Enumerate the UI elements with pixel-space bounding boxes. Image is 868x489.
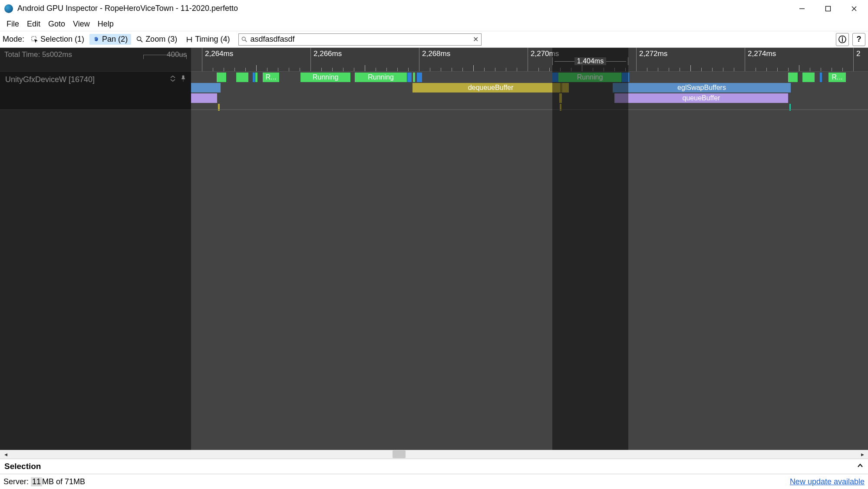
maximize-button[interactable] xyxy=(815,0,841,17)
mode-pan-label: Pan (2) xyxy=(102,35,128,44)
help-button[interactable]: ? xyxy=(852,33,865,46)
pan-icon xyxy=(93,36,100,43)
selection-icon xyxy=(31,36,38,43)
toolbar: Mode: Selection (1) Pan (2) Zoom (3) Tim… xyxy=(0,31,868,48)
titlebar: Android GPU Inspector - RopeHeroViceTown… xyxy=(0,0,868,17)
scroll-left-button[interactable]: ◂ xyxy=(2,450,10,458)
slice-green[interactable] xyxy=(788,73,798,82)
statusbar: Server: 11 MB of 71MB New update availab… xyxy=(0,474,868,489)
info-button[interactable]: ⓘ xyxy=(836,33,849,46)
slice-olive[interactable] xyxy=(559,93,562,103)
mode-label: Mode: xyxy=(3,35,24,44)
chevron-up-icon xyxy=(857,462,864,469)
slice-running[interactable]: Running xyxy=(300,73,350,82)
tracks: UnityGfxDeviceW [16740] R... Running Run… xyxy=(0,71,868,109)
track-body[interactable]: R... Running Running Running R... dequeu… xyxy=(191,71,868,109)
menubar: File Edit Goto View Help xyxy=(0,17,868,31)
menu-edit[interactable]: Edit xyxy=(23,18,44,30)
horizontal-scrollbar[interactable]: ◂ ▸ xyxy=(0,450,868,459)
zoom-icon xyxy=(136,36,143,43)
time-ruler[interactable]: Total Time: 5s002ms 400us 2,264ms 2,266m… xyxy=(0,48,868,71)
slice-purple[interactable] xyxy=(191,93,217,103)
slice-running[interactable]: Running xyxy=(355,73,407,82)
minimize-button[interactable] xyxy=(789,0,815,17)
timing-icon xyxy=(186,36,193,43)
track-header[interactable]: UnityGfxDeviceW [16740] xyxy=(0,71,191,109)
server-mem-used: 11 xyxy=(31,477,42,486)
mode-selection[interactable]: Selection (1) xyxy=(28,34,88,45)
mode-zoom-label: Zoom (3) xyxy=(145,35,177,44)
app-icon xyxy=(4,4,13,13)
collapse-icon[interactable] xyxy=(169,75,176,82)
slice-dequeue[interactable]: dequeueBuffer xyxy=(413,83,569,93)
slice-green[interactable] xyxy=(802,73,815,82)
slice-green[interactable] xyxy=(255,73,257,82)
maximize-icon xyxy=(825,6,831,12)
track-name: UnityGfxDeviceW [16740] xyxy=(5,75,95,84)
slice-running[interactable]: Running xyxy=(558,73,621,82)
slice-olive[interactable] xyxy=(560,83,562,93)
slice-green[interactable] xyxy=(217,73,226,82)
ruler-tick: 2,264ms xyxy=(202,48,233,71)
menu-help[interactable]: Help xyxy=(94,18,118,30)
scale-label: 400us xyxy=(167,50,187,59)
track-row: UnityGfxDeviceW [16740] R... Running Run… xyxy=(0,71,868,109)
mode-selection-label: Selection (1) xyxy=(40,35,84,44)
update-link[interactable]: New update available xyxy=(790,477,865,486)
search-input[interactable] xyxy=(250,35,470,44)
svg-line-11 xyxy=(245,40,247,42)
scroll-thumb[interactable] xyxy=(393,450,406,458)
window-title: Android GPU Inspector - RopeHeroViceTown… xyxy=(17,4,238,13)
total-time-label: Total Time: 5s002ms xyxy=(4,50,72,59)
slice-queue[interactable]: queueBuffer xyxy=(614,93,788,103)
ruler-tick: 2,268ms xyxy=(419,48,450,71)
track-divider xyxy=(0,109,868,110)
search-icon xyxy=(241,36,248,43)
expand-panel-button[interactable] xyxy=(857,462,864,471)
slice-blue[interactable] xyxy=(253,73,255,82)
slice-blue[interactable] xyxy=(417,73,422,82)
slice-blue[interactable] xyxy=(621,73,629,82)
server-label: Server: xyxy=(3,477,29,486)
slice-green[interactable] xyxy=(413,73,415,82)
mode-pan[interactable]: Pan (2) xyxy=(89,34,131,45)
slice-green[interactable] xyxy=(236,73,248,82)
minimize-icon xyxy=(799,6,805,12)
mode-timing-label: Timing (4) xyxy=(195,35,230,44)
selection-panel-title: Selection xyxy=(4,462,41,471)
pin-icon[interactable] xyxy=(180,75,187,82)
search-box[interactable]: ✕ xyxy=(238,33,482,46)
mode-zoom[interactable]: Zoom (3) xyxy=(133,34,181,45)
slice-running-short[interactable]: R... xyxy=(263,73,279,82)
ruler-tick: 2,272ms xyxy=(636,48,667,71)
menu-file[interactable]: File xyxy=(3,18,23,30)
mode-timing[interactable]: Timing (4) xyxy=(182,34,233,45)
slice-blue[interactable] xyxy=(552,73,558,82)
scroll-right-button[interactable]: ▸ xyxy=(858,450,866,458)
svg-rect-1 xyxy=(826,6,831,11)
ruler-tick: 2 xyxy=(853,48,860,71)
trace-area[interactable]: Total Time: 5s002ms 400us 2,264ms 2,266m… xyxy=(0,48,868,450)
close-button[interactable] xyxy=(841,0,867,17)
slice-blue[interactable] xyxy=(191,83,221,93)
info-icon: ⓘ xyxy=(838,34,846,45)
selection-range: 1.404ms xyxy=(552,57,628,65)
search-clear[interactable]: ✕ xyxy=(473,35,479,43)
help-icon: ? xyxy=(857,35,861,44)
selection-panel[interactable]: Selection xyxy=(0,459,868,474)
server-mem-rest: MB of 71MB xyxy=(42,477,85,486)
ruler-tick: 2,266ms xyxy=(310,48,342,71)
ruler-tick: 2,274ms xyxy=(745,48,776,71)
selection-duration: 1.404ms xyxy=(574,57,606,65)
menu-goto[interactable]: Goto xyxy=(44,18,69,30)
svg-point-5 xyxy=(137,36,141,40)
scroll-track[interactable] xyxy=(10,450,858,458)
menu-view[interactable]: View xyxy=(69,18,94,30)
slice-blue[interactable] xyxy=(407,73,412,82)
slice-eglswap[interactable]: eglSwapBuffers xyxy=(613,83,791,93)
slice-blue[interactable] xyxy=(820,73,822,82)
svg-point-10 xyxy=(242,37,246,40)
slice-running-short[interactable]: R... xyxy=(828,73,846,82)
svg-line-6 xyxy=(141,40,143,42)
close-icon xyxy=(851,6,857,12)
